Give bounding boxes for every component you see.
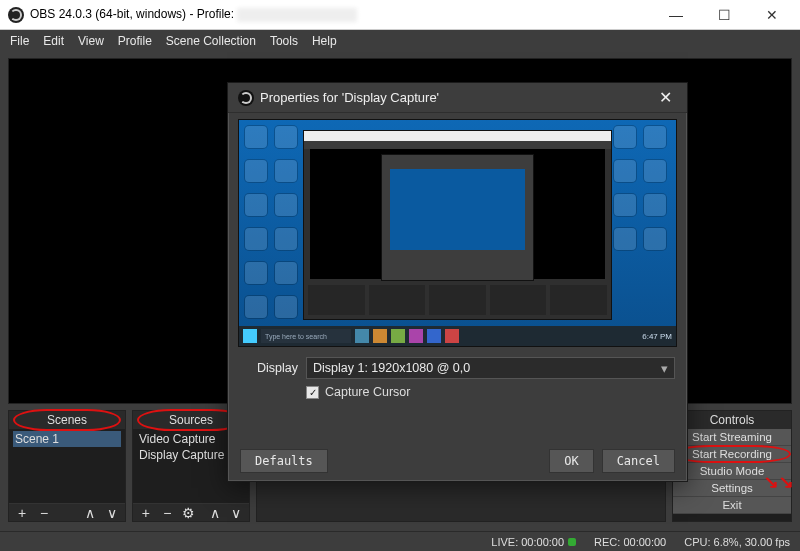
controls-header: Controls [673,411,791,429]
scenes-toolbar: + − ∧ ∨ [9,503,125,521]
defaults-button[interactable]: Defaults [240,449,328,473]
preview-nested-dialog [381,154,535,282]
controls-header-label: Controls [710,413,755,427]
preview-icons-left [245,126,301,326]
scene-down-button[interactable]: ∨ [103,505,121,521]
cancel-button[interactable]: Cancel [602,449,675,473]
window-titlebar: OBS 24.0.3 (64-bit, windows) - Profile: … [0,0,800,30]
status-dot-icon [568,538,576,546]
capture-cursor-checkbox[interactable]: ✓ Capture Cursor [306,385,410,399]
scenes-header-label: Scenes [47,413,87,427]
menu-file[interactable]: File [10,34,29,48]
controls-panel: Controls Start Streaming Start Recording… [672,410,792,522]
exit-button[interactable]: Exit [673,497,791,514]
start-recording-button[interactable]: Start Recording [673,446,791,463]
scene-item[interactable]: Scene 1 [13,431,121,447]
scenes-header: Scenes [9,411,125,429]
scenes-panel: Scenes Scene 1 + − ∧ ∨ [8,410,126,522]
clock-icon: 6:47 PM [642,332,672,341]
source-add-button[interactable]: + [137,505,155,521]
source-remove-button[interactable]: − [159,505,177,521]
maximize-button[interactable]: ☐ [704,1,744,29]
menu-help[interactable]: Help [312,34,337,48]
ok-button[interactable]: OK [549,449,593,473]
dialog-preview: Type here to search 6:47 PM [238,119,677,347]
start-icon [243,329,257,343]
window-controls: — ☐ ✕ [656,1,792,29]
preview-icons-right [614,126,670,258]
window-title-text: OBS 24.0.3 (64-bit, windows) - Profile: [30,7,234,21]
status-cpu: CPU: 6.8%, 30.00 fps [684,536,790,548]
checkbox-icon: ✓ [306,386,319,399]
menu-profile[interactable]: Profile [118,34,152,48]
capture-cursor-label: Capture Cursor [325,385,410,399]
obs-logo-icon [238,90,254,106]
sources-toolbar: + − ⚙ ∧ ∨ [133,503,249,521]
source-up-button[interactable]: ∧ [206,505,224,521]
scene-up-button[interactable]: ∧ [81,505,99,521]
taskbar-search: Type here to search [261,329,351,343]
status-bar: LIVE: 00:00:00 REC: 00:00:00 CPU: 6.8%, … [0,531,800,551]
menu-view[interactable]: View [78,34,104,48]
status-rec: REC: 00:00:00 [594,536,666,548]
properties-dialog: Properties for 'Display Capture' ✕ [227,82,688,482]
sources-header-label: Sources [169,413,213,427]
menu-edit[interactable]: Edit [43,34,64,48]
preview-taskbar: Type here to search 6:47 PM [239,326,676,346]
dialog-titlebar[interactable]: Properties for 'Display Capture' ✕ [228,83,687,113]
window-title-redacted [237,8,357,22]
display-select-value: Display 1: 1920x1080 @ 0,0 [313,361,470,375]
start-streaming-button[interactable]: Start Streaming [673,429,791,446]
dialog-close-button[interactable]: ✕ [653,88,677,107]
dialog-buttons: Defaults OK Cancel [228,441,687,481]
dialog-title: Properties for 'Display Capture' [260,90,439,105]
obs-logo-icon [8,7,24,23]
display-label: Display [240,361,298,375]
menu-bar: File Edit View Profile Scene Collection … [0,30,800,52]
source-down-button[interactable]: ∨ [227,505,245,521]
menu-tools[interactable]: Tools [270,34,298,48]
scenes-list[interactable]: Scene 1 [9,429,125,503]
dialog-form: Display Display 1: 1920x1080 @ 0,0 ✓ Cap… [228,351,687,406]
controls-list: Start Streaming Start Recording Studio M… [673,429,791,521]
scene-remove-button[interactable]: − [35,505,53,521]
minimize-button[interactable]: — [656,1,696,29]
close-button[interactable]: ✕ [752,1,792,29]
obs-main: File Edit View Profile Scene Collection … [0,30,800,551]
window-title: OBS 24.0.3 (64-bit, windows) - Profile: [30,7,357,22]
studio-mode-button[interactable]: Studio Mode [673,463,791,480]
status-live: LIVE: 00:00:00 [491,536,564,548]
source-props-button[interactable]: ⚙ [180,505,198,521]
display-select[interactable]: Display 1: 1920x1080 @ 0,0 [306,357,675,379]
preview-nested-obs [303,130,612,320]
scene-add-button[interactable]: + [13,505,31,521]
preview-desktop: Type here to search 6:47 PM [239,120,676,346]
settings-button[interactable]: Settings [673,480,791,497]
menu-scene-collection[interactable]: Scene Collection [166,34,256,48]
